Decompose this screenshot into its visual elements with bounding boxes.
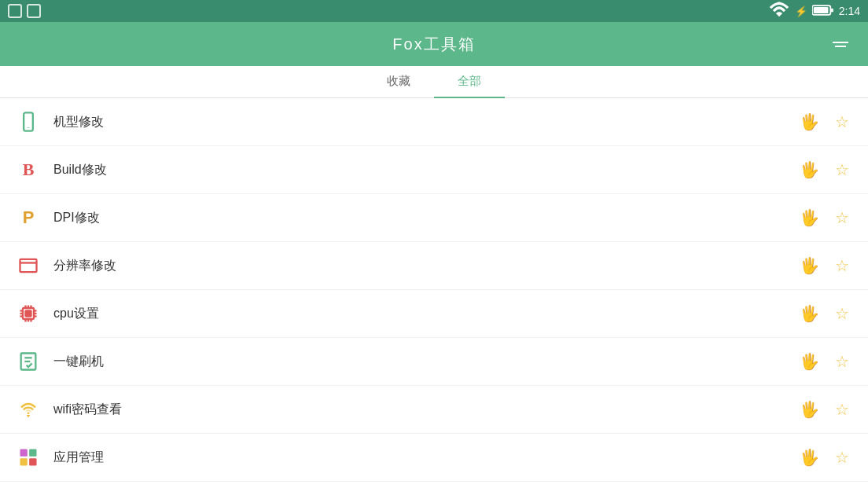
list-item[interactable]: 机型修改 🖐 ☆ bbox=[0, 98, 868, 146]
item-label-apps: 应用管理 bbox=[53, 449, 796, 466]
status-square-1 bbox=[8, 4, 22, 18]
dpi-icon: P bbox=[16, 205, 41, 230]
star-button[interactable]: ☆ bbox=[832, 253, 852, 278]
wifi-icon bbox=[16, 397, 41, 422]
star-button[interactable]: ☆ bbox=[832, 109, 852, 134]
item-label-dpi: DPI修改 bbox=[53, 210, 796, 226]
filter-icon-2 bbox=[835, 46, 846, 47]
svg-rect-8 bbox=[26, 311, 31, 317]
svg-rect-3 bbox=[24, 112, 33, 130]
tab-bar: 收藏 全部 bbox=[0, 66, 868, 98]
item-actions: 🖐 ☆ bbox=[796, 445, 852, 470]
filter-icon bbox=[833, 42, 848, 43]
star-button[interactable]: ☆ bbox=[832, 349, 852, 374]
pin-button[interactable]: 🖐 bbox=[796, 349, 822, 374]
svg-rect-2 bbox=[814, 6, 829, 13]
apps-icon bbox=[16, 445, 41, 470]
tab-all[interactable]: 全部 bbox=[434, 66, 505, 98]
item-actions: 🖐 ☆ bbox=[796, 205, 852, 230]
list-item[interactable]: 分辨率修改 🖐 ☆ bbox=[0, 242, 868, 290]
charging-icon: ⚡ bbox=[795, 6, 807, 17]
svg-rect-26 bbox=[29, 449, 36, 457]
pin-button[interactable]: 🖐 bbox=[796, 157, 822, 182]
tools-list: 机型修改 🖐 ☆ B Build修改 🖐 ☆ P DPI修改 🖐 ☆ bbox=[0, 98, 868, 485]
build-icon: B bbox=[16, 157, 41, 182]
star-button[interactable]: ☆ bbox=[832, 157, 852, 182]
flash-icon bbox=[16, 349, 41, 374]
pin-button[interactable]: 🖐 bbox=[796, 445, 822, 470]
svg-rect-28 bbox=[29, 458, 36, 465]
pin-button[interactable]: 🖐 bbox=[796, 397, 822, 422]
pin-button[interactable]: 🖐 bbox=[796, 205, 822, 230]
list-item[interactable]: P DPI修改 🖐 ☆ bbox=[0, 194, 868, 242]
svg-rect-27 bbox=[20, 458, 28, 465]
star-button[interactable]: ☆ bbox=[832, 445, 852, 470]
svg-rect-1 bbox=[830, 8, 833, 12]
app-title: Fox工具箱 bbox=[392, 34, 475, 55]
status-square-2 bbox=[27, 4, 41, 18]
star-button[interactable]: ☆ bbox=[832, 301, 852, 326]
list-item[interactable]: B Build修改 🖐 ☆ bbox=[0, 146, 868, 194]
pin-button[interactable]: 🖐 bbox=[796, 109, 822, 134]
resolution-icon bbox=[16, 253, 41, 278]
item-label-model: 机型修改 bbox=[53, 114, 796, 130]
list-item[interactable]: wifi密码查看 🖐 ☆ bbox=[0, 386, 868, 434]
item-actions: 🖐 ☆ bbox=[796, 349, 852, 374]
list-item[interactable]: cpu设置 🖐 ☆ bbox=[0, 290, 868, 338]
status-bar: ⚡ 2:14 bbox=[0, 0, 868, 22]
status-bar-left bbox=[8, 4, 41, 18]
item-actions: 🖐 ☆ bbox=[796, 301, 852, 326]
filter-button[interactable] bbox=[829, 38, 852, 51]
pin-button[interactable]: 🖐 bbox=[796, 253, 822, 278]
battery-icon bbox=[812, 0, 834, 24]
app-header: Fox工具箱 bbox=[0, 22, 868, 66]
list-item[interactable]: 高级电源 🖐 ☆ bbox=[0, 482, 868, 485]
item-label-wifi: wifi密码查看 bbox=[53, 402, 796, 418]
item-label-flash: 一键刷机 bbox=[53, 354, 796, 370]
list-item[interactable]: 应用管理 🖐 ☆ bbox=[0, 434, 868, 482]
star-button[interactable]: ☆ bbox=[832, 205, 852, 230]
item-label-cpu: cpu设置 bbox=[53, 306, 796, 322]
cpu-icon bbox=[16, 301, 41, 326]
svg-rect-25 bbox=[20, 449, 28, 457]
svg-rect-5 bbox=[20, 259, 37, 272]
list-item[interactable]: 一键刷机 🖐 ☆ bbox=[0, 338, 868, 386]
time-display: 2:14 bbox=[839, 5, 860, 17]
item-actions: 🖐 ☆ bbox=[796, 109, 852, 134]
status-bar-right: ⚡ 2:14 bbox=[768, 0, 860, 24]
phone-icon bbox=[16, 109, 41, 134]
star-button[interactable]: ☆ bbox=[832, 397, 852, 422]
item-actions: 🖐 ☆ bbox=[796, 157, 852, 182]
svg-marker-24 bbox=[27, 415, 31, 418]
item-actions: 🖐 ☆ bbox=[796, 397, 852, 422]
pin-button[interactable]: 🖐 bbox=[796, 301, 822, 326]
item-label-resolution: 分辨率修改 bbox=[53, 258, 796, 274]
item-label-build: Build修改 bbox=[53, 162, 796, 178]
wifi-status-icon bbox=[768, 0, 790, 24]
item-actions: 🖐 ☆ bbox=[796, 253, 852, 278]
tab-favorites[interactable]: 收藏 bbox=[363, 66, 434, 98]
